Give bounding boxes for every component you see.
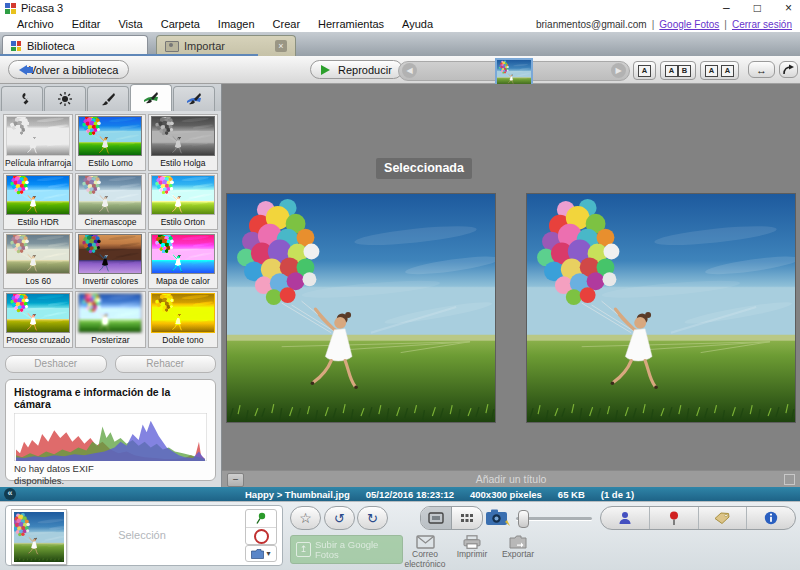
- filter-estilo-orton[interactable]: Estilo Orton: [148, 173, 218, 230]
- grid-view-toggle[interactable]: [451, 507, 482, 529]
- filmstrip-thumbnail[interactable]: [495, 58, 533, 87]
- filter-doble-tono[interactable]: Doble tono: [148, 291, 218, 348]
- no-exif-text: No hay datos EXIF disponibles.: [14, 463, 207, 487]
- horizontal-arrows-icon: ↔: [756, 64, 767, 76]
- zoom-slider[interactable]: [516, 512, 592, 524]
- rotate-right-button[interactable]: ↻: [357, 506, 388, 530]
- title-bar: Picasa 3 – □ ×: [0, 0, 800, 16]
- printer-icon: [463, 535, 481, 549]
- maximize-button[interactable]: □: [754, 0, 761, 16]
- view-mode-compare-ab[interactable]: AB: [660, 61, 696, 80]
- people-button[interactable]: [601, 507, 649, 529]
- close-button[interactable]: ×: [785, 0, 792, 16]
- filter-estilo-lomo[interactable]: Estilo Lomo: [75, 114, 145, 171]
- tab-close-icon[interactable]: ×: [275, 40, 287, 52]
- filter-proceso-cruzado[interactable]: Proceso cruzado: [3, 291, 73, 348]
- back-arrow-icon: [19, 65, 27, 75]
- filmstrip-slider[interactable]: ◀ ▶: [398, 61, 630, 81]
- rotate-view-button[interactable]: [779, 61, 798, 78]
- filter-thumbnail: [79, 294, 141, 332]
- tags-button[interactable]: [698, 507, 747, 529]
- account-email: brianmentos@gmail.com: [536, 19, 647, 30]
- tab-lighting[interactable]: [44, 86, 86, 111]
- menu-ayuda[interactable]: Ayuda: [393, 18, 442, 30]
- filter-los-60[interactable]: Los 60: [3, 232, 73, 289]
- menu-carpeta[interactable]: Carpeta: [152, 18, 209, 30]
- google-photos-link[interactable]: Google Fotos: [659, 19, 719, 30]
- filter-label: Estilo Lomo: [88, 158, 132, 168]
- import-icon: [165, 41, 179, 52]
- upload-label: Subir a Google Fotos: [315, 540, 397, 560]
- menu-archivo[interactable]: Archivo: [8, 18, 63, 30]
- add-to-album-button[interactable]: ▾: [245, 545, 277, 562]
- upload-icon: ↥: [296, 542, 311, 557]
- filter-invertir-colores[interactable]: Invertir colores: [75, 232, 145, 289]
- redo-button[interactable]: Rehacer: [115, 355, 217, 373]
- collapse-tray-icon[interactable]: «: [4, 488, 16, 500]
- menu-editar[interactable]: Editar: [63, 18, 110, 30]
- filter-label: Estilo HDR: [17, 217, 59, 227]
- status-filesize: 65 KB: [558, 489, 585, 500]
- filter-cinemascope[interactable]: Cinemascope: [75, 173, 145, 230]
- zoom-handle[interactable]: [518, 510, 529, 528]
- filter-posterizar[interactable]: Posterizar: [75, 291, 145, 348]
- filter-label: Proceso cruzado: [6, 335, 70, 345]
- histogram-panel: Histograma e información de la cámara No…: [5, 379, 216, 481]
- tab-effects-blue[interactable]: [173, 86, 215, 111]
- fit-width-button[interactable]: ↔: [748, 61, 775, 78]
- filter-estilo-holga[interactable]: Estilo Holga: [148, 114, 218, 171]
- tray-thumbnail[interactable]: [12, 510, 66, 564]
- filter-estilo-hdr[interactable]: Estilo HDR: [3, 173, 73, 230]
- library-icon: [11, 41, 21, 51]
- photo-preview-a[interactable]: [227, 194, 495, 422]
- separator: |: [724, 19, 727, 30]
- export-button[interactable]: Exportar: [492, 535, 544, 560]
- filter-label: Mapa de calor: [156, 276, 210, 286]
- places-button[interactable]: [649, 507, 698, 529]
- view-mode-single[interactable]: A: [633, 61, 656, 80]
- filter-thumbnail: [152, 176, 214, 214]
- filmstrip-next-icon[interactable]: ▶: [611, 63, 626, 78]
- tab-basic-fixes[interactable]: [1, 86, 43, 111]
- filter-thumbnail: [152, 117, 214, 155]
- sign-out-link[interactable]: Cerrar sesión: [732, 19, 792, 30]
- menu-herramientas[interactable]: Herramientas: [309, 18, 393, 30]
- tab-effects-green[interactable]: [130, 84, 172, 111]
- filter-película-infrarroja[interactable]: Película infrarroja: [3, 114, 73, 171]
- upload-google-photos-button[interactable]: ↥ Subir a Google Fotos: [290, 535, 403, 564]
- menu-imagen[interactable]: Imagen: [209, 18, 264, 30]
- tab-import[interactable]: Importar ×: [156, 35, 296, 56]
- filter-mapa-de-calor[interactable]: Mapa de calor: [148, 232, 218, 289]
- caption-placeholder[interactable]: Añadir un título: [476, 473, 547, 485]
- caption-lock-icon[interactable]: [784, 474, 795, 485]
- print-button[interactable]: Imprimir: [446, 535, 498, 560]
- star-button[interactable]: ☆: [290, 506, 321, 530]
- photo-preview-b[interactable]: [527, 194, 795, 422]
- minimize-button[interactable]: –: [723, 0, 730, 16]
- back-to-library-button[interactable]: Volver a biblioteca: [8, 60, 129, 79]
- filter-label: Película infrarroja: [5, 158, 71, 168]
- tag-icon: [714, 512, 730, 525]
- email-button[interactable]: Correoelectrónico: [399, 535, 451, 570]
- tab-library[interactable]: Biblioteca: [2, 35, 148, 56]
- selected-badge: Seleccionada: [376, 158, 472, 179]
- single-view-toggle[interactable]: [421, 507, 451, 529]
- camera-button[interactable]: [485, 508, 511, 531]
- tab-bar: Biblioteca Importar ×: [0, 32, 800, 56]
- filter-thumbnail: [79, 176, 141, 214]
- tab-effects-basic[interactable]: [87, 86, 129, 111]
- status-file-path: Happy > Thumbnail.jpg: [245, 489, 350, 500]
- menu-vista[interactable]: Vista: [109, 18, 151, 30]
- undo-button[interactable]: Deshacer: [5, 355, 107, 373]
- view-mode-letter: A: [638, 65, 651, 77]
- clear-selection-button[interactable]: [246, 527, 276, 545]
- view-mode-compare-aa[interactable]: AA: [700, 61, 739, 80]
- hold-selection-button[interactable]: [246, 510, 276, 527]
- properties-button[interactable]: [746, 507, 795, 529]
- play-button[interactable]: Reproducir: [310, 60, 403, 79]
- menu-crear[interactable]: Crear: [264, 18, 310, 30]
- filmstrip-prev-icon[interactable]: ◀: [402, 63, 417, 78]
- rotate-left-button[interactable]: ↺: [324, 506, 355, 530]
- caption-menu-button[interactable]: –: [227, 473, 244, 487]
- play-label: Reproducir: [338, 64, 392, 76]
